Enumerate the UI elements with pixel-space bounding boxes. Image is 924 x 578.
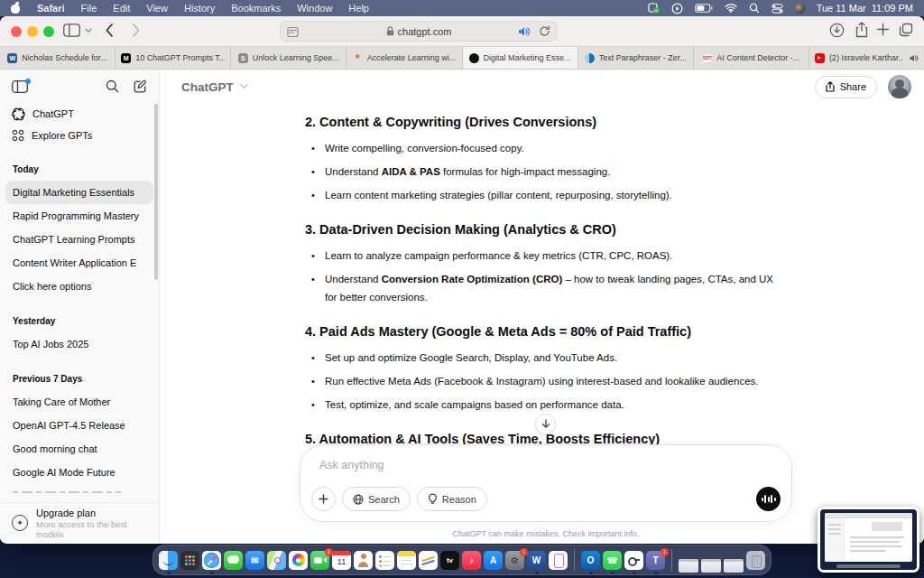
dock-maps-icon[interactable] (267, 551, 286, 570)
menubar-user-avatar[interactable] (795, 4, 805, 14)
search-chats-icon[interactable] (106, 79, 119, 93)
dock-facetime-icon[interactable]: 1 (310, 551, 329, 570)
menu-edit[interactable]: Edit (113, 3, 130, 14)
sidebar-toggle-icon[interactable] (63, 23, 80, 37)
menu-bookmarks[interactable]: Bookmarks (231, 3, 281, 14)
chat-history-item[interactable]: Click here options (5, 275, 153, 298)
menu-window[interactable]: Window (297, 3, 332, 14)
dock-music-icon[interactable]: ♪ (462, 551, 481, 570)
reason-tool-button[interactable]: Reason (417, 487, 487, 511)
dock-chart-icon[interactable] (419, 551, 438, 570)
dock-calendar-icon[interactable]: 11 (332, 551, 351, 570)
dock-word-icon[interactable]: W (527, 551, 546, 570)
chat-history-item[interactable]: Content Writer Application E (5, 251, 153, 275)
wifi-icon[interactable] (725, 4, 737, 13)
dock-passwords-icon[interactable] (624, 551, 643, 570)
dock-outlook-icon[interactable]: O (581, 551, 600, 570)
zoom-window-button[interactable] (43, 26, 54, 37)
share-button[interactable]: Share (815, 76, 877, 98)
dock-minimized-window-icon[interactable] (701, 559, 721, 573)
browser-tab-4[interactable]: Digital Marketing Esse... (463, 47, 578, 69)
forward-button[interactable] (132, 23, 141, 38)
dock-iphone-mirroring-icon[interactable] (549, 551, 568, 570)
dock-trash-icon[interactable] (746, 551, 765, 570)
search-tool-button[interactable]: Search (342, 487, 411, 511)
chat-history-item[interactable]: Taking Care of Mother (5, 390, 153, 414)
address-bar[interactable]: chatgpt.com (280, 21, 558, 42)
bullet-item: Learn content marketing strategies (pill… (305, 186, 787, 204)
menu-help[interactable]: Help (348, 3, 369, 14)
chat-history-item[interactable]: Digital Marketing Essentials (5, 181, 153, 204)
user-avatar[interactable] (888, 75, 911, 98)
screenshot-thumbnail[interactable] (818, 507, 919, 573)
attach-button[interactable] (311, 487, 336, 511)
dock-notes-icon[interactable] (397, 551, 416, 570)
composer[interactable]: Ask anything Search Reason (300, 444, 792, 522)
dock-apple-tv-icon[interactable]: tv (440, 551, 459, 570)
text-segment: Set up and optimize Google Search, Displ… (325, 352, 617, 363)
browser-tab-6[interactable]: SSTAI Content Detector -... (694, 47, 809, 69)
back-button[interactable] (105, 23, 114, 38)
browser-tab-5[interactable]: Text Paraphraser - Zer... (578, 47, 694, 69)
sidebar-chevron-icon[interactable] (85, 28, 92, 33)
chat-history-item[interactable]: Google AI Mode Future (5, 461, 153, 484)
dock-safari-icon[interactable] (202, 551, 221, 570)
url-text: chatgpt.com (398, 26, 452, 37)
new-tab-icon[interactable] (876, 23, 890, 36)
dock-whatsapp-icon[interactable]: ☎ (603, 551, 622, 570)
minimize-window-button[interactable] (27, 26, 38, 37)
tab-overview-icon[interactable] (899, 23, 913, 37)
browser-tab-3[interactable]: *Accelerate Learning wi... (346, 47, 462, 69)
blocker-app-icon[interactable] (648, 3, 660, 14)
dock-launchpad-icon[interactable] (180, 551, 199, 570)
dock-contacts-icon[interactable] (354, 551, 373, 570)
downloads-icon[interactable] (829, 23, 845, 38)
dock-photos-icon[interactable] (289, 551, 308, 570)
share-icon[interactable] (855, 22, 868, 38)
menu-file[interactable]: File (81, 3, 97, 14)
dock-mail-icon[interactable]: ✉ (245, 551, 264, 570)
chat-history-item[interactable]: Top AI Jobs 2025 (5, 332, 153, 356)
upgrade-plan-button[interactable]: ✦ Upgrade plan More access to the best m… (0, 502, 159, 543)
dock-messages-icon[interactable] (224, 551, 243, 570)
chat-history-item[interactable]: ChatGPT Learning Prompts (5, 228, 153, 251)
tab-title: Digital Marketing Esse... (484, 53, 571, 62)
model-selector[interactable]: ChatGPT (181, 80, 247, 94)
sidebar-scrollbar[interactable] (154, 104, 158, 280)
menu-safari[interactable]: Safari (37, 3, 65, 14)
menubar-clock[interactable]: Tue 11 Mar11:09 PM (817, 3, 913, 14)
battery-icon[interactable] (695, 4, 713, 13)
dock-teams-icon[interactable]: T1 (646, 551, 665, 570)
tab-audio-indicator-icon[interactable] (910, 54, 919, 62)
browser-tab-0[interactable]: WNicholas Schedule for... (0, 47, 116, 69)
new-chat-icon[interactable] (134, 79, 147, 93)
close-window-button[interactable] (11, 26, 22, 37)
chat-history-item[interactable]: Good morning chat (5, 437, 153, 461)
dock-system-settings-icon[interactable]: ⚙1 (505, 551, 524, 570)
sidebar-item-chatgpt[interactable]: ChatGPT (0, 103, 159, 125)
menu-history[interactable]: History (184, 3, 215, 14)
tab-audio-icon[interactable] (518, 26, 531, 37)
menu-view[interactable]: View (146, 3, 168, 14)
chat-history-item[interactable]: OpenAI GPT-4.5 Release (5, 414, 153, 437)
dock-minimized-window-icon[interactable] (679, 559, 698, 573)
dock-reminders-icon[interactable] (375, 551, 394, 570)
control-center-icon[interactable] (772, 4, 783, 14)
dock-minimized-window-icon[interactable] (724, 559, 744, 573)
sidebar-item-explore-gpts[interactable]: Explore GPTs (0, 125, 159, 146)
voice-mode-button[interactable] (756, 487, 781, 511)
clipped-chat-item[interactable] (13, 486, 146, 493)
browser-tab-1[interactable]: M10 ChatGPT Prompts T... (116, 47, 231, 69)
reload-icon[interactable] (539, 25, 550, 37)
browser-tab-7[interactable]: (2) Isravele Karthar... (809, 47, 924, 69)
chat-history-item[interactable]: Rapid Programming Mastery (5, 204, 153, 228)
apple-menu-icon[interactable] (11, 3, 21, 14)
spotlight-search-icon[interactable] (749, 3, 760, 14)
dock-finder-icon[interactable] (159, 551, 178, 570)
sidebar-close-icon[interactable] (12, 80, 28, 93)
browser-tab-2[interactable]: SUnlock Learning Spee... (231, 47, 346, 69)
page-settings-icon[interactable] (287, 26, 299, 38)
playback-status-icon[interactable] (671, 3, 683, 14)
scroll-to-bottom-button[interactable] (535, 414, 556, 434)
dock-app-store-icon[interactable]: A (484, 551, 503, 570)
